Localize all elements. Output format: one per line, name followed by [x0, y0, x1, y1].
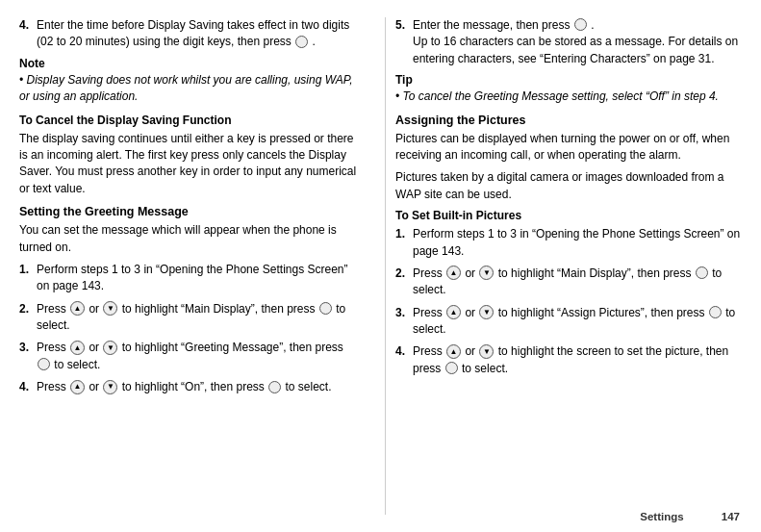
note-title: Note	[19, 57, 358, 70]
right-step-1-content: Perform steps 1 to 3 in “Opening the Pho…	[413, 226, 751, 260]
right-step-4-or: or	[465, 344, 478, 358]
right-step-4-after: to select.	[462, 362, 508, 375]
left-step-3-num: 3.	[19, 340, 35, 373]
right-ok-btn-4	[445, 362, 458, 374]
left-step-3-content: Press ▲ or ▼ to highlight “Greeting Mess…	[37, 340, 358, 373]
right-step-1: 1. Perform steps 1 to 3 in “Opening the …	[395, 226, 751, 260]
left-step-4-mid: to highlight “On”, then press	[122, 380, 265, 393]
left-step-3-press: Press	[37, 341, 66, 354]
set-built-heading: To Set Built-in Pictures	[395, 209, 751, 222]
right-step-2-or: or	[465, 266, 478, 280]
left-step-2-mid: to highlight “Main Display”, then press	[122, 302, 316, 316]
ok-button-icon	[295, 36, 308, 48]
left-step-3-mid: to highlight “Greeting Message”, then pr…	[122, 341, 343, 354]
right-step-3-press: Press	[413, 306, 443, 319]
left-step-2-press: Press	[37, 302, 66, 316]
right-step-3-num: 3.	[395, 305, 411, 339]
pictures-body2: Pictures taken by a digital camera or im…	[395, 169, 751, 203]
right-step-5-after: .	[591, 18, 594, 32]
right-step-2-mid: to highlight “Main Display”, then press	[498, 266, 692, 280]
down-arrow-icon-4: ▼	[103, 380, 117, 394]
down-arrow-icon-2: ▼	[103, 301, 117, 316]
step-4-top-num: 4.	[19, 17, 35, 51]
right-step-4: 4. Press ▲ or ▼ to highlight the screen …	[395, 343, 751, 377]
right-down-arrow-3: ▼	[479, 305, 494, 319]
right-step-5-before: Enter the message, then press	[413, 18, 570, 32]
right-down-arrow-4: ▼	[479, 344, 494, 359]
note-item: • Display Saving does not work whilst yo…	[19, 72, 358, 106]
left-column: 4. Enter the time before Display Saving …	[19, 17, 375, 515]
left-step-2-content: Press ▲ or ▼ to highlight “Main Display”…	[37, 301, 358, 335]
left-step-4-num: 4.	[19, 379, 35, 395]
page: 4. Enter the time before Display Saving …	[0, 0, 761, 532]
left-step-3-after: to select.	[54, 358, 100, 371]
right-step-4-content: Press ▲ or ▼ to highlight the screen to …	[413, 343, 751, 377]
right-step-2: 2. Press ▲ or ▼ to highlight “Main Displ…	[395, 266, 751, 299]
right-step-5-content: Enter the message, then press . Up to 16…	[413, 17, 751, 67]
up-arrow-icon-3: ▲	[70, 341, 85, 355]
right-step-5-note: Up to 16 characters can be stored as a m…	[413, 35, 738, 64]
footer: Settings 147	[640, 511, 740, 522]
right-step-3-or: or	[465, 306, 478, 319]
step-4-top-content: Enter the time before Display Saving tak…	[37, 17, 358, 51]
right-step-3-content: Press ▲ or ▼ to highlight “Assign Pictur…	[413, 305, 751, 339]
greeting-body: You can set the message which will appea…	[19, 222, 358, 256]
pictures-heading: Assigning the Pictures	[395, 114, 751, 127]
tip-item: • To cancel the Greeting Message setting…	[395, 89, 751, 105]
tip-title: Tip	[395, 73, 751, 87]
right-up-arrow-2: ▲	[446, 266, 461, 280]
left-step-1-content: Perform steps 1 to 3 in “Opening the Pho…	[37, 262, 358, 295]
left-step-2-or: or	[89, 302, 102, 316]
right-step-4-num: 4.	[395, 343, 411, 377]
cancel-heading: To Cancel the Display Saving Function	[19, 114, 358, 127]
right-ok-btn-2	[696, 266, 708, 279]
up-arrow-icon-2: ▲	[70, 301, 85, 316]
right-step-1-num: 1.	[395, 226, 411, 260]
right-column: 5. Enter the message, then press . Up to…	[395, 17, 751, 515]
greeting-heading: Setting the Greeting Message	[19, 205, 358, 218]
pictures-body1: Pictures can be displayed when turning t…	[395, 131, 751, 165]
right-up-arrow-4: ▲	[446, 344, 461, 359]
footer-label: Settings	[640, 511, 683, 522]
left-step-1-num: 1.	[19, 262, 35, 295]
left-step-3-or: or	[89, 341, 102, 354]
right-step-2-content: Press ▲ or ▼ to highlight “Main Display”…	[413, 266, 751, 299]
right-up-arrow-3: ▲	[446, 305, 461, 319]
right-step-3: 3. Press ▲ or ▼ to highlight “Assign Pic…	[395, 305, 751, 339]
right-step-2-num: 2.	[395, 266, 411, 299]
left-step-4: 4. Press ▲ or ▼ to highlight “On”, then …	[19, 379, 358, 395]
left-step-4-press: Press	[37, 380, 66, 393]
ok-button-icon-4	[268, 381, 281, 393]
ok-button-icon-3	[38, 358, 50, 370]
up-arrow-icon-4: ▲	[70, 380, 85, 394]
left-step-2-num: 2.	[19, 301, 35, 335]
down-arrow-icon-3: ▼	[103, 341, 117, 355]
right-step-5-num: 5.	[395, 17, 411, 67]
right-step-5: 5. Enter the message, then press . Up to…	[395, 17, 751, 67]
left-step-4-or: or	[89, 380, 102, 393]
right-ok-btn-3	[709, 306, 722, 318]
step-4-top: 4. Enter the time before Display Saving …	[19, 17, 358, 51]
ok-button-icon-2	[319, 302, 332, 315]
right-step-3-mid: to highlight “Assign Pictures”, then pre…	[498, 306, 705, 319]
step-4-top-text-after: .	[313, 35, 316, 48]
left-step-1: 1. Perform steps 1 to 3 in “Opening the …	[19, 262, 358, 295]
ok-button-icon-5	[574, 18, 587, 31]
left-step-2: 2. Press ▲ or ▼ to highlight “Main Displ…	[19, 301, 358, 335]
column-divider	[385, 17, 386, 515]
footer-page-number: 147	[722, 511, 740, 522]
right-step-4-press: Press	[413, 344, 443, 358]
cancel-body: The display saving continues until eithe…	[19, 131, 358, 198]
right-step-2-press: Press	[413, 266, 443, 280]
left-step-4-content: Press ▲ or ▼ to highlight “On”, then pre…	[37, 379, 358, 395]
left-step-3: 3. Press ▲ or ▼ to highlight “Greeting M…	[19, 340, 358, 373]
left-step-4-after: to select.	[286, 380, 332, 393]
right-down-arrow-2: ▼	[479, 266, 494, 280]
